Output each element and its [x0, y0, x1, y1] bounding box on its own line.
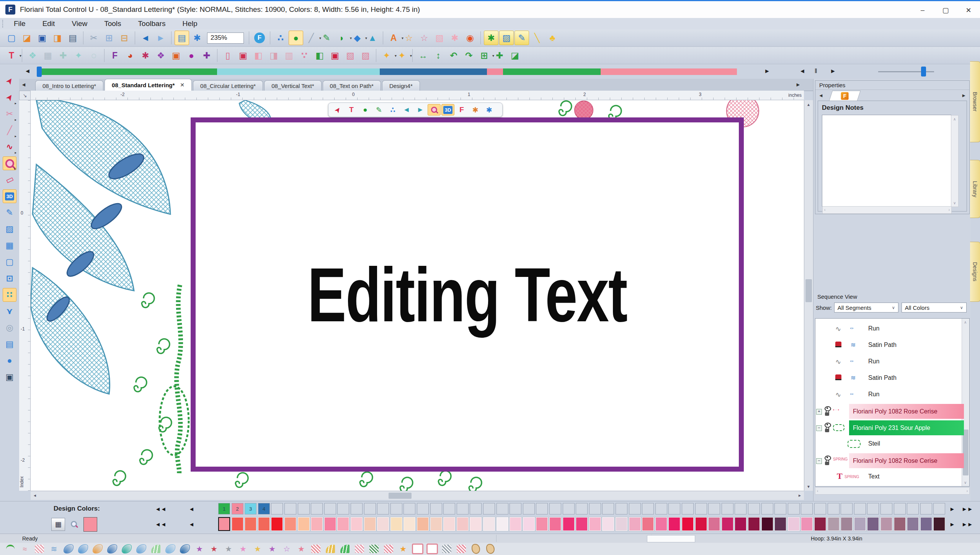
fan-lines-green-icon[interactable]	[150, 544, 162, 554]
star-orange-icon[interactable]: ★	[397, 544, 409, 554]
thread-swatch[interactable]	[722, 517, 733, 531]
document-tab[interactable]: 08_Circular Lettering*	[193, 80, 263, 91]
thread-swatch[interactable]	[602, 517, 614, 531]
stripe-square-pink-icon[interactable]	[310, 544, 322, 554]
screen-capture-icon[interactable]: ▣	[3, 370, 16, 384]
scroll-up-icon[interactable]: ▴	[804, 100, 813, 109]
pattern-ring-icon[interactable]: ◌	[87, 48, 101, 63]
magic-wand-icon[interactable]: ☆	[402, 31, 416, 45]
play-forward-button[interactable]: ►	[830, 68, 836, 75]
sequence-item-steil[interactable]: Steil	[815, 436, 969, 452]
palette-last-button[interactable]: ►►	[962, 521, 973, 527]
star-outline-purple-icon[interactable]: ☆	[281, 544, 292, 554]
chips-last-button[interactable]: ►►	[962, 506, 973, 512]
properties-tab-left-icon[interactable]: ◄	[818, 93, 823, 98]
pattern-scatter-icon[interactable]: ❖	[25, 48, 40, 63]
settings-gear-icon[interactable]: ✱	[483, 104, 496, 116]
font-manager-icon[interactable]: F	[108, 48, 122, 63]
frame-a-icon[interactable]: ▧	[343, 48, 358, 63]
design-color-chip[interactable]	[907, 503, 919, 514]
grid-gray-icon[interactable]	[441, 544, 452, 554]
thread-swatch[interactable]	[695, 517, 707, 531]
thread-swatch[interactable]	[377, 517, 389, 531]
save-icon[interactable]: ▣	[35, 31, 49, 45]
ruler-corner[interactable]: ↘	[19, 91, 31, 100]
thread-swatch[interactable]	[403, 517, 415, 531]
design-color-chip[interactable]	[417, 503, 429, 514]
design-color-chip[interactable]	[497, 503, 508, 514]
design-color-chip[interactable]	[616, 503, 627, 514]
swoosh-dotted-icon[interactable]	[136, 544, 147, 554]
mesh-visibility-icon[interactable]: ∷	[3, 288, 16, 302]
sequence-item-text[interactable]: TSPRINGText	[815, 469, 969, 485]
thread-swatch[interactable]	[430, 517, 442, 531]
thread-swatch[interactable]	[258, 517, 270, 531]
sequence-item-satin[interactable]: ≋Satin Path	[815, 370, 969, 387]
save-flame-icon[interactable]: ▣	[169, 48, 183, 63]
star-red-pattern-icon[interactable]: ★	[208, 544, 220, 554]
design-color-chip[interactable]	[523, 503, 535, 514]
stitch-simulator-icon[interactable]: ●	[289, 31, 303, 45]
knife-icon[interactable]: ╱▸	[3, 124, 16, 137]
swoosh-teal-icon[interactable]	[121, 544, 132, 554]
playback-end-button[interactable]: ►	[764, 68, 770, 75]
frame-b-icon[interactable]: ▨	[358, 48, 373, 63]
frame-loop-icon[interactable]: ▢	[3, 255, 16, 269]
design-color-chip[interactable]	[536, 503, 548, 514]
stitch-simulator-icon[interactable]: ●	[359, 104, 372, 116]
mesh-pink-icon[interactable]	[354, 544, 365, 554]
frame-copy-icon[interactable]: ⊡	[3, 272, 16, 285]
design-canvas[interactable]: Editing Text ➤T●✎∴◄►3DF✱✱	[31, 100, 804, 491]
tab-scroll-left[interactable]: ◄	[21, 81, 26, 88]
thread-swatch[interactable]	[271, 517, 283, 531]
pattern-stars-icon[interactable]: ✦	[71, 48, 86, 63]
lasso-select-icon[interactable]: ➤▸	[3, 91, 16, 104]
thread-swatch[interactable]	[457, 517, 469, 531]
star-purple-icon[interactable]: ★	[194, 544, 205, 554]
thread-swatch[interactable]	[655, 517, 667, 531]
cut-icon[interactable]: ✂	[87, 31, 101, 45]
canvas-horizontal-scrollbar[interactable]: ◂ ▸	[31, 491, 804, 500]
align-center-icon[interactable]: ✦▾	[379, 48, 394, 63]
fringe-green-icon[interactable]	[339, 544, 351, 554]
swoosh-plain-icon[interactable]	[106, 544, 118, 554]
pin-tool-icon[interactable]: ╲	[530, 31, 544, 45]
maximize-button[interactable]: ▢	[934, 2, 957, 18]
thread-swatch[interactable]	[364, 517, 376, 531]
thread-swatch[interactable]	[284, 517, 296, 531]
star-gray-icon[interactable]: ★	[223, 544, 234, 554]
stitch-progress-track[interactable]	[38, 68, 737, 75]
colors-filter-dropdown[interactable]: All Colors∨	[902, 303, 967, 312]
scroll-right-icon[interactable]: ▸	[795, 491, 804, 500]
properties-tab-right-icon[interactable]: ►	[961, 93, 966, 98]
break-apart-icon[interactable]: ◪	[508, 48, 522, 63]
mirror-horizontal-icon[interactable]: ↔	[416, 48, 430, 63]
document-tab[interactable]: Design4*	[382, 80, 420, 91]
sequence-item-color[interactable]: +• · •Floriani Poly 1082 Rose Cerise	[815, 403, 969, 420]
share-nodes-icon[interactable]: ∴▾	[273, 31, 288, 45]
scroll-down-icon[interactable]: ▾	[804, 482, 813, 491]
thread-swatch[interactable]	[629, 517, 641, 531]
document-tab[interactable]: 08_Vertical Text*	[264, 80, 321, 91]
sequence-horizontal-scrollbar[interactable]: ‹ ›	[815, 487, 970, 495]
design-color-chip[interactable]	[284, 503, 296, 514]
color-wheel-icon[interactable]: ◕	[123, 48, 137, 63]
side-tab-designs[interactable]: Designs	[970, 242, 980, 302]
thread-swatch[interactable]	[828, 517, 840, 531]
checker-green-icon[interactable]	[368, 544, 380, 554]
shape-outline-icon[interactable]: ▲	[365, 31, 380, 45]
notes-scroll-up-icon[interactable]: ∧	[953, 117, 956, 121]
design-color-chip[interactable]	[430, 503, 442, 514]
stitch-feather-icon[interactable]: ≋	[48, 544, 60, 554]
canvas-vertical-scrollbar[interactable]: ▴ ▾	[804, 100, 813, 491]
draw-pencil-icon[interactable]: ✎	[319, 31, 334, 45]
minimize-button[interactable]: –	[911, 2, 934, 18]
notes-flower-icon[interactable]: ✱	[484, 31, 498, 45]
star-pink-icon[interactable]: ★	[237, 544, 249, 554]
play-backward-button[interactable]: ◄	[799, 68, 805, 75]
image-backdrop-icon[interactable]: ▨	[3, 222, 16, 236]
text-tool-icon[interactable]: T	[345, 104, 358, 116]
chips-first-button[interactable]: ◄◄	[155, 506, 167, 512]
thread-swatch[interactable]	[510, 517, 521, 531]
expand-toggle-icon[interactable]: −	[816, 425, 822, 431]
